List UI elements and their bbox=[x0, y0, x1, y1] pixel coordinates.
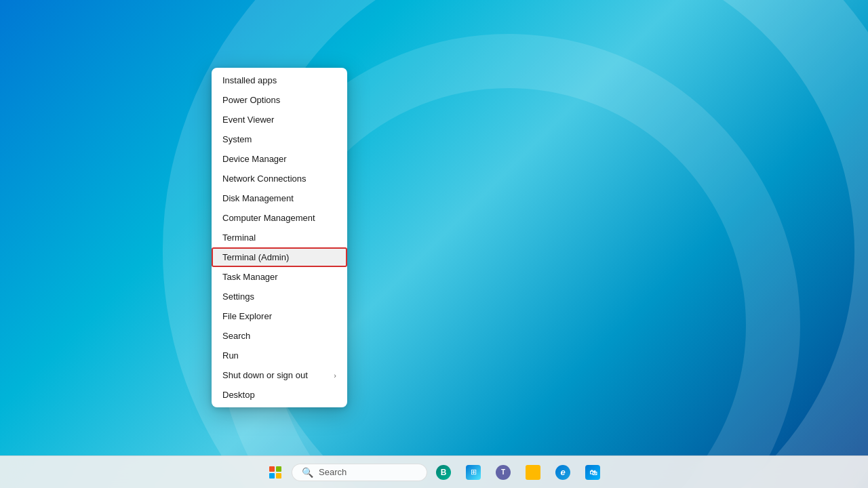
menu-item-label-terminal-admin: Terminal (Admin) bbox=[222, 252, 289, 262]
menu-item-device-manager[interactable]: Device Manager bbox=[212, 149, 347, 169]
taskbar-search-label: Search bbox=[319, 467, 347, 477]
menu-item-label-network-connections: Network Connections bbox=[222, 174, 307, 184]
menu-item-task-manager[interactable]: Task Manager bbox=[212, 267, 347, 287]
menu-item-label-shut-down: Shut down or sign out bbox=[222, 370, 308, 380]
menu-item-label-task-manager: Task Manager bbox=[222, 272, 278, 282]
menu-item-label-search: Search bbox=[222, 331, 250, 341]
menu-item-label-terminal: Terminal bbox=[222, 232, 256, 243]
bing-icon-button[interactable]: B bbox=[430, 459, 457, 486]
widgets-button[interactable]: ⊞ bbox=[460, 459, 487, 486]
menu-item-event-viewer[interactable]: Event Viewer bbox=[212, 110, 347, 129]
teams-button[interactable]: T bbox=[490, 459, 517, 486]
store-icon: 🛍 bbox=[585, 465, 600, 480]
file-explorer-button[interactable] bbox=[519, 459, 547, 486]
menu-item-disk-management[interactable]: Disk Management bbox=[212, 188, 347, 208]
menu-item-label-settings: Settings bbox=[222, 291, 254, 302]
context-menu: Installed appsPower OptionsEvent ViewerS… bbox=[212, 68, 347, 407]
file-explorer-icon bbox=[526, 465, 540, 480]
widgets-icon: ⊞ bbox=[466, 465, 481, 480]
menu-item-settings[interactable]: Settings bbox=[212, 287, 347, 306]
edge-button[interactable]: e bbox=[549, 459, 576, 486]
menu-item-label-file-explorer: File Explorer bbox=[222, 311, 272, 321]
menu-item-power-options[interactable]: Power Options bbox=[212, 90, 347, 110]
menu-item-label-installed-apps: Installed apps bbox=[222, 75, 277, 85]
menu-item-label-disk-management: Disk Management bbox=[222, 193, 294, 203]
start-button[interactable] bbox=[262, 459, 289, 486]
menu-item-label-run: Run bbox=[222, 350, 239, 361]
menu-item-shut-down[interactable]: Shut down or sign out› bbox=[212, 365, 347, 385]
menu-item-file-explorer[interactable]: File Explorer bbox=[212, 306, 347, 326]
menu-item-label-power-options: Power Options bbox=[222, 95, 280, 105]
menu-item-search[interactable]: Search bbox=[212, 326, 347, 346]
menu-item-label-system: System bbox=[222, 134, 252, 144]
desktop: Installed appsPower OptionsEvent ViewerS… bbox=[0, 0, 868, 488]
menu-item-desktop[interactable]: Desktop bbox=[212, 385, 347, 405]
menu-item-installed-apps[interactable]: Installed apps bbox=[212, 70, 347, 90]
bing-icon: B bbox=[436, 465, 451, 480]
menu-item-computer-management[interactable]: Computer Management bbox=[212, 208, 347, 228]
wallpaper-decoration bbox=[0, 0, 868, 488]
taskbar: 🔍 Search B ⊞ T e bbox=[0, 455, 868, 488]
menu-item-label-desktop: Desktop bbox=[222, 390, 255, 400]
edge-icon: e bbox=[555, 465, 570, 480]
menu-item-label-device-manager: Device Manager bbox=[222, 154, 287, 164]
menu-item-terminal[interactable]: Terminal bbox=[212, 228, 347, 247]
menu-item-label-event-viewer: Event Viewer bbox=[222, 115, 274, 125]
windows-logo-icon bbox=[269, 466, 281, 479]
menu-item-label-computer-management: Computer Management bbox=[222, 213, 315, 223]
teams-icon: T bbox=[496, 465, 511, 480]
search-icon: 🔍 bbox=[302, 467, 313, 478]
menu-item-network-connections[interactable]: Network Connections bbox=[212, 169, 347, 188]
taskbar-search-bar[interactable]: 🔍 Search bbox=[292, 464, 427, 481]
store-button[interactable]: 🛍 bbox=[579, 459, 606, 486]
menu-item-terminal-admin[interactable]: Terminal (Admin) bbox=[212, 247, 347, 267]
taskbar-center: 🔍 Search B ⊞ T e bbox=[262, 459, 606, 486]
menu-item-system[interactable]: System bbox=[212, 129, 347, 149]
chevron-icon: › bbox=[334, 371, 336, 380]
menu-item-run[interactable]: Run bbox=[212, 346, 347, 365]
